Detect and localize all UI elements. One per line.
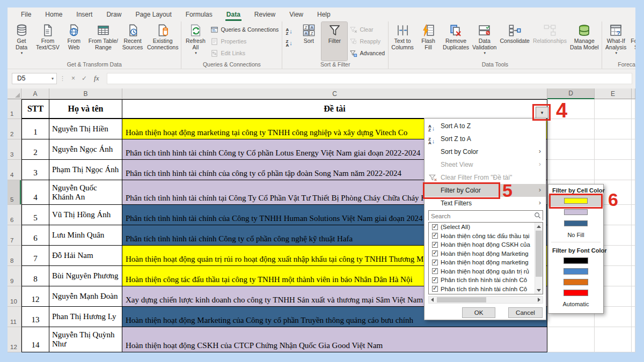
- scroll-down-icon[interactable]: [535, 286, 543, 294]
- filter-value-item[interactable]: Phân tích tình hình tài chính Cô: [429, 285, 543, 294]
- checkbox-checked-icon[interactable]: [432, 260, 438, 265]
- filter-value-item[interactable]: Hoàn thiện hoạt động quản trị rủ: [429, 267, 543, 276]
- tab-draw[interactable]: Draw: [99, 8, 128, 21]
- hscroll-thumb[interactable]: [437, 297, 486, 302]
- checkbox-checked-icon[interactable]: [432, 268, 438, 274]
- row-header-4[interactable]: 4: [8, 160, 21, 180]
- row-header-5[interactable]: 5: [8, 180, 21, 205]
- ribbon-button-from-text-csv[interactable]: From Text/CSV: [34, 22, 61, 61]
- cell-stt[interactable]: 5: [21, 205, 49, 225]
- cell-stt[interactable]: 7: [21, 246, 49, 266]
- filter-value-item[interactable]: Hoàn thiện hoạt động Marketing: [429, 249, 543, 258]
- tab-page-layout[interactable]: Page Layout: [128, 8, 178, 21]
- cell-name[interactable]: Phạm Thị Ngọc Ánh: [49, 160, 122, 180]
- row-header-10[interactable]: 10: [8, 286, 21, 307]
- cell-e[interactable]: [595, 119, 632, 139]
- row-header-1[interactable]: 1: [8, 99, 21, 119]
- checkbox-checked-icon[interactable]: [432, 250, 438, 256]
- tab-view[interactable]: View: [282, 8, 310, 21]
- cancel-button[interactable]: Cancel: [508, 307, 543, 318]
- tab-home[interactable]: Home: [38, 8, 69, 21]
- checkbox-checked-icon[interactable]: [432, 242, 438, 248]
- font-color-option-black[interactable]: [548, 255, 603, 266]
- cell-d[interactable]: [547, 160, 595, 180]
- checkbox-checked-icon[interactable]: [432, 277, 438, 283]
- menu-item-sort-a-to-z[interactable]: AZ↓Sort A to Z: [425, 120, 546, 132]
- no-fill-option[interactable]: No Fill: [548, 230, 603, 240]
- ribbon-button-what-if-analysis[interactable]: ?What-If Analysis▾: [603, 22, 629, 61]
- scroll-right-icon[interactable]: [536, 297, 543, 303]
- column-filter-dropdown-button[interactable]: ▾: [536, 107, 548, 119]
- ribbon-button-recent-sources[interactable]: Recent Sources: [120, 22, 145, 61]
- tab-help[interactable]: Help: [310, 8, 338, 21]
- row-header-3[interactable]: 3: [8, 139, 21, 160]
- ribbon-button-sort-za[interactable]: ZA↓: [283, 35, 296, 47]
- row-header-9[interactable]: 9: [8, 266, 21, 286]
- search-input[interactable]: [429, 212, 543, 221]
- ribbon-button-data-validation[interactable]: Data Validation▾: [471, 22, 498, 61]
- ribbon-button-forecast-sheet[interactable]: Forecast Sheet: [629, 22, 635, 61]
- cell-color-option-lavender[interactable]: [548, 206, 603, 218]
- cell-name[interactable]: Vũ Thị Hồng Ánh: [49, 205, 122, 225]
- ribbon-button-advanced[interactable]: Advanced: [347, 47, 387, 59]
- ribbon-button-from-web[interactable]: From Web: [61, 22, 87, 61]
- cell-d[interactable]: [547, 139, 595, 160]
- scroll-up-icon[interactable]: [535, 223, 543, 230]
- ribbon-button-flash-fill[interactable]: Flash Fill: [415, 22, 441, 61]
- name-box[interactable]: D5 ▾: [12, 73, 57, 84]
- column-header-b[interactable]: B: [49, 88, 122, 99]
- formula-input[interactable]: [107, 73, 632, 84]
- ribbon-button-manage-data-model[interactable]: Manage Data Model: [568, 22, 601, 61]
- column-header-e[interactable]: E: [595, 88, 632, 99]
- row-header-12[interactable]: 12: [8, 327, 21, 352]
- ribbon-button-text-to-columns[interactable]: Text to Columns: [390, 22, 415, 61]
- ribbon-button-refresh-all[interactable]: Refresh All▾: [182, 22, 208, 61]
- name-box-dropdown-icon[interactable]: ▾: [52, 76, 54, 81]
- automatic-option[interactable]: Automatic: [548, 299, 603, 309]
- cell-stt[interactable]: 1: [21, 119, 49, 139]
- cell-name[interactable]: Nguyễn Thị Quỳnh Như: [49, 327, 122, 352]
- cell-name[interactable]: Bùi Nguyên Phương: [49, 266, 122, 286]
- cell-name[interactable]: Nguyễn Quốc Khánh An: [49, 180, 122, 205]
- checkbox-checked-icon[interactable]: [432, 224, 438, 230]
- cell-color-option-yellow[interactable]: [548, 195, 603, 206]
- ribbon-button-filter[interactable]: Filter: [321, 22, 347, 61]
- cell-stt[interactable]: 2: [21, 139, 49, 160]
- vscroll-thumb[interactable]: [536, 231, 542, 277]
- row-header-11[interactable]: 11: [8, 307, 21, 327]
- cell-e[interactable]: [595, 139, 632, 160]
- filter-value-item[interactable]: Hoàn thiện hoạt động marketing: [429, 258, 543, 267]
- menu-item-filter-by-color[interactable]: Filter by Color›: [425, 184, 546, 197]
- tab-formulas[interactable]: Formulas: [179, 8, 219, 21]
- scroll-left-icon[interactable]: [429, 297, 436, 303]
- row-header-2[interactable]: 2: [8, 119, 21, 139]
- checkbox-checked-icon[interactable]: [432, 286, 438, 292]
- cell-stt[interactable]: 8: [21, 266, 49, 286]
- insert-function-icon[interactable]: fx: [94, 74, 99, 83]
- cell-name[interactable]: Phan Thị Hương Ly: [49, 307, 122, 327]
- ribbon-button-get-data[interactable]: Get Data▾: [9, 22, 34, 61]
- cancel-entry-icon[interactable]: ×: [71, 75, 75, 82]
- cell-name[interactable]: Lưu Minh Quân: [49, 225, 122, 246]
- cell-e1[interactable]: [595, 99, 632, 119]
- cell-color-option-blue[interactable]: [548, 218, 603, 229]
- row-header-6[interactable]: 6: [8, 205, 21, 225]
- cell-d[interactable]: [547, 327, 595, 352]
- ribbon-button-existing-connections[interactable]: Existing Connections: [145, 22, 180, 61]
- cell-name[interactable]: Nguyễn Ngọc Ánh: [49, 139, 122, 160]
- column-header-c[interactable]: C: [122, 88, 547, 99]
- cell-stt[interactable]: 12: [21, 286, 49, 307]
- tab-insert[interactable]: Insert: [69, 8, 99, 21]
- cell-e[interactable]: [595, 160, 632, 180]
- ok-button[interactable]: OK: [462, 307, 495, 318]
- cell-stt[interactable]: 4: [21, 180, 49, 205]
- cell-stt[interactable]: 14: [21, 327, 49, 352]
- ribbon-button-from-table-range[interactable]: From Table/ Range: [87, 22, 120, 61]
- cell-name[interactable]: Nguyễn Mạnh Đoàn: [49, 286, 122, 307]
- font-color-option-blue[interactable]: [548, 266, 603, 277]
- menu-item-sort-z-to-a[interactable]: ZA↓Sort Z to A: [425, 132, 546, 145]
- cell-stt[interactable]: 3: [21, 160, 49, 180]
- ribbon-button-sort-az[interactable]: AZ↓: [283, 24, 296, 35]
- tab-review[interactable]: Review: [247, 8, 282, 21]
- filter-list-vscrollbar[interactable]: [535, 223, 543, 294]
